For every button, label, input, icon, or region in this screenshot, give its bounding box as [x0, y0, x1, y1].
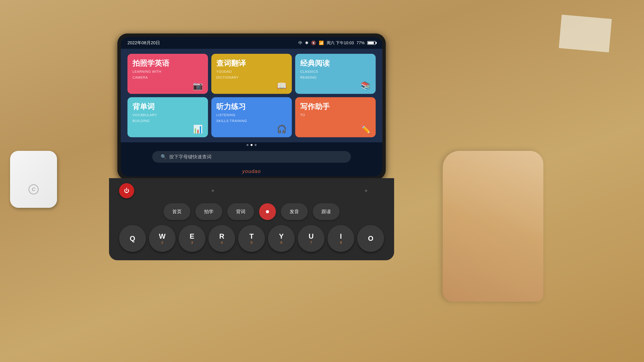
search-hint-text: 按下字母键快速查词: [169, 154, 212, 160]
key-w-main: W: [159, 232, 166, 240]
camera-icon: 📷: [193, 81, 203, 90]
hand-overlay: [443, 151, 544, 302]
app-tile-bottom-write: ✏️: [300, 124, 371, 134]
function-keys-row: 首页 拍学 背词 ⏺ 发音 跟读: [119, 203, 384, 220]
app-subtitle-vocab-2: BUILDING: [132, 119, 203, 123]
key-t[interactable]: T 5: [238, 225, 265, 252]
key-t-sub: 5: [250, 241, 252, 245]
func-key-center[interactable]: ⏺: [259, 203, 276, 220]
app-subtitle-write-1: TO: [300, 113, 371, 117]
key-i[interactable]: I 8: [328, 225, 354, 252]
search-bar-container: 🔍 按下字母键快速查词: [121, 148, 382, 166]
key-o[interactable]: O: [357, 225, 384, 252]
dot-3: [254, 144, 256, 146]
app-tile-bottom-listen: 🎧: [216, 124, 287, 134]
key-t-main: T: [250, 232, 254, 240]
app-grid: 拍照学英语 LEARNING WITH CAMERA 📷 查词翻译: [128, 54, 376, 137]
keyboard-dots: [195, 190, 384, 192]
screen-body: 2022年08月20日 中 ✱ 🔇 📶 周六 下午10:03 77%: [118, 33, 386, 180]
func-key-vocab[interactable]: 背词: [227, 203, 254, 220]
app-subtitle-photo-2: CAMERA: [132, 76, 203, 79]
key-r-main: R: [219, 232, 224, 240]
power-button[interactable]: ⏻: [119, 183, 134, 198]
app-grid-container: 拍照学英语 LEARNING WITH CAMERA 📷 查词翻译: [121, 49, 382, 142]
app-tile-bottom-classics: 📚: [300, 81, 371, 90]
app-title-classics: 经典阅读: [300, 59, 371, 68]
func-key-follow[interactable]: 跟读: [313, 203, 340, 220]
key-u-sub: 7: [310, 241, 312, 245]
key-i-sub: 8: [340, 241, 342, 245]
app-title-listen: 听力练习: [216, 102, 287, 111]
keyboard-body: ⏻ 首页 拍学 背词 ⏺ 发音 跟读 Q W 2: [109, 178, 394, 260]
app-subtitle-dict-2: DICTIONARY: [216, 76, 287, 79]
status-icons: 中 ✱ 🔇 📶 周六 下午10:03 77%: [298, 40, 376, 45]
app-tile-dictionary[interactable]: 查词翻译 YOUDAO DICTIONARY 📖: [211, 54, 292, 94]
dictionary-icon: 📖: [277, 81, 287, 90]
dot-1: [246, 144, 248, 146]
book-icon: 📚: [360, 81, 371, 90]
app-title-photo: 拍照学英语: [132, 59, 203, 68]
func-key-photo[interactable]: 拍学: [196, 203, 222, 220]
key-y[interactable]: Y 6: [268, 225, 295, 252]
key-u[interactable]: U 7: [298, 225, 324, 252]
time-display: 周六 下午10:03: [326, 40, 354, 45]
qwerty-row: Q W 2 E 3 R 4 T 5 Y 6 U: [119, 225, 384, 252]
key-r[interactable]: R 4: [208, 225, 235, 252]
dot-2: [250, 144, 252, 146]
paper-decoration: [559, 14, 612, 52]
airpods-case: [10, 151, 57, 208]
airpods-logo: [28, 184, 38, 194]
app-subtitle-classics-2: READING: [300, 76, 371, 79]
func-key-pronounce[interactable]: 发音: [281, 203, 308, 220]
battery-icon: [367, 41, 376, 45]
wifi-icon: 📶: [319, 40, 324, 45]
brand-bar: youdao: [121, 166, 382, 176]
app-tile-bottom-dict: 📖: [216, 81, 287, 90]
app-tile-photo-learning[interactable]: 拍照学英语 LEARNING WITH CAMERA 📷: [128, 54, 208, 94]
keyboard-top-row: ⏻: [119, 183, 384, 198]
search-icon: 🔍: [161, 154, 166, 160]
app-subtitle-dict-1: YOUDAO: [216, 70, 287, 73]
app-tile-vocabulary[interactable]: 背单词 VOCABULARY BUILDING 📊: [128, 97, 208, 137]
key-i-main: I: [340, 232, 342, 240]
bluetooth-icon: ✱: [305, 40, 308, 45]
key-e[interactable]: E 3: [178, 225, 206, 252]
app-title-write: 写作助手: [300, 102, 371, 111]
app-tile-listening[interactable]: 听力练习 LISTENING SKILLS TRAINING 🎧: [211, 97, 292, 137]
battery-percent: 77%: [356, 40, 364, 45]
headphone-icon: 🎧: [277, 124, 287, 134]
brand-name: youdao: [242, 168, 261, 174]
key-q[interactable]: Q: [119, 225, 146, 252]
app-tile-classics[interactable]: 经典阅读 CLASSICS READING 📚: [295, 54, 376, 94]
app-subtitle-classics-1: CLASSICS: [300, 70, 371, 73]
kb-dot-left: [212, 190, 214, 192]
key-e-sub: 3: [191, 241, 193, 245]
app-subtitle-photo-1: LEARNING WITH: [132, 70, 203, 73]
key-e-main: E: [190, 232, 194, 240]
kb-dot-right: [365, 190, 367, 192]
app-tile-writing[interactable]: 写作助手 TO ✏️: [295, 97, 376, 137]
chart-icon: 📊: [193, 124, 203, 134]
app-title-dict: 查词翻译: [216, 59, 287, 68]
key-o-main: O: [368, 234, 374, 243]
language-indicator: 中: [298, 40, 302, 45]
app-tile-bottom-vocab: 📊: [132, 124, 203, 134]
func-key-home[interactable]: 首页: [164, 203, 190, 220]
key-y-sub: 6: [280, 241, 282, 245]
status-bar: 2022年08月20日 中 ✱ 🔇 📶 周六 下午10:03 77%: [121, 37, 382, 49]
pencil-icon: ✏️: [360, 124, 371, 134]
app-subtitle-vocab-1: VOCABULARY: [132, 113, 203, 117]
app-subtitle-listen-1: LISTENING: [216, 113, 287, 117]
key-y-main: Y: [279, 232, 284, 240]
key-r-sub: 4: [221, 241, 223, 245]
search-inner[interactable]: 🔍 按下字母键快速查词: [152, 151, 351, 163]
key-w[interactable]: W 2: [149, 225, 176, 252]
key-q-main: Q: [130, 234, 135, 243]
mute-icon: 🔇: [311, 40, 316, 45]
page-dots: [121, 142, 382, 148]
app-title-vocab: 背单词: [132, 102, 203, 111]
screen-inner: 2022年08月20日 中 ✱ 🔇 📶 周六 下午10:03 77%: [121, 37, 382, 176]
app-tile-bottom-photo: 📷: [132, 81, 203, 90]
battery-fill: [368, 42, 374, 44]
device-body: 2022年08月20日 中 ✱ 🔇 📶 周六 下午10:03 77%: [100, 33, 402, 335]
